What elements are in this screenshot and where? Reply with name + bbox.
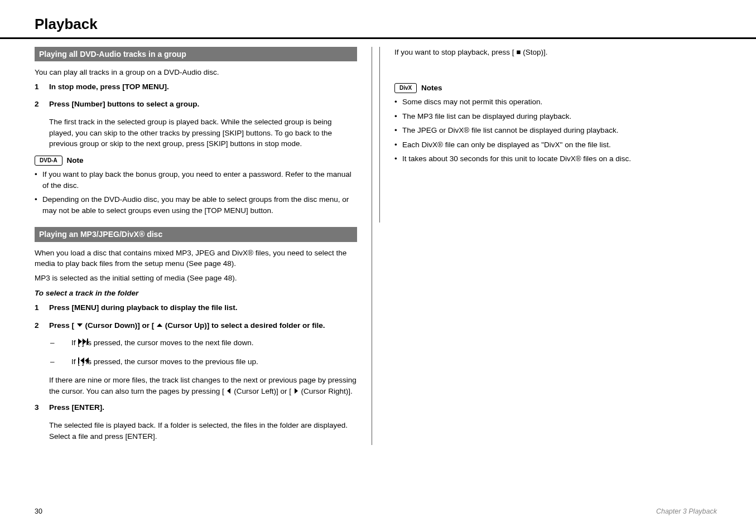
step-2: 2 Press [ (Cursor Down)] or [ (Cursor Up…: [35, 320, 357, 331]
svg-rect-1: [78, 357, 79, 364]
chapter-label: Chapter 3 Playback: [656, 507, 717, 515]
right-column: If you want to stop playback, press [ ■ …: [394, 47, 717, 445]
section1-notes-list: If you want to play back the bonus group…: [35, 169, 357, 216]
step-text: Press [Number] buttons to select a group…: [49, 99, 199, 110]
right-notes-list: Some discs may not permit this operation…: [394, 96, 717, 165]
section2-sub-after: If there are nine or more files, the tra…: [49, 375, 357, 396]
section1-notes-line: DVD-A Note: [35, 155, 357, 166]
note-item: Some discs may not permit this operation…: [394, 96, 717, 108]
svg-rect-0: [87, 338, 88, 345]
notes-label: Notes: [421, 84, 442, 92]
cursor-up-icon: [156, 322, 163, 328]
section-heading-group-play: Playing all DVD-Audio tracks in a group: [35, 47, 357, 61]
sub-item: – If [ ] is pressed, the cursor moves to…: [50, 356, 357, 367]
cursor-down-icon: [76, 322, 83, 328]
skip-next-icon: [78, 338, 90, 345]
section1-intro: You can play all tracks in a group on a …: [35, 67, 357, 78]
content-columns: Playing all DVD-Audio tracks in a group …: [0, 39, 756, 445]
section2-intro1: When you load a disc that contains mixed…: [35, 248, 357, 269]
section2-sub3: The selected file is played back. If a f…: [49, 420, 357, 442]
folder-heading: To select a track in the folder: [35, 288, 357, 299]
cursor-right-icon: [293, 388, 299, 394]
note-item: If you want to play back the bonus group…: [35, 169, 357, 191]
note-item: The MP3 file list can be displayed durin…: [394, 111, 717, 122]
page-footer: 30 Chapter 3 Playback: [0, 507, 756, 515]
right-continuation: If you want to stop playback, press [ ■ …: [394, 47, 717, 58]
step-number: 1: [35, 302, 44, 313]
note-item: Depending on the DVD-Audio disc, you may…: [35, 194, 357, 216]
section2-steps: 1 Press [MENU] during playback to displa…: [35, 302, 357, 331]
step-text: Press [ (Cursor Down)] or [ (Cursor Up)]…: [49, 320, 325, 331]
step-2: 2 Press [Number] buttons to select a gro…: [35, 99, 357, 110]
step-text: In stop mode, press [TOP MENU].: [49, 81, 169, 93]
note-item: Each DivX® file can only be displayed as…: [394, 139, 717, 151]
step-3: 3 Press [ENTER].: [35, 402, 357, 413]
step-text: Press [ENTER].: [49, 402, 104, 413]
section-heading-mp3-jpeg-divx: Playing an MP3/JPEG/DivX® disc: [35, 227, 357, 241]
section2-sub-list: – If [ ] is pressed, the cursor moves to…: [50, 337, 357, 367]
sub-item: – If [ ] is pressed, the cursor moves to…: [50, 337, 357, 349]
dvd-a-tag: DVD-A: [35, 156, 62, 166]
section1-steps: 1 In stop mode, press [TOP MENU]. 2 Pres…: [35, 81, 357, 110]
left-column: Playing all DVD-Audio tracks in a group …: [35, 47, 372, 445]
step-number: 2: [35, 99, 44, 110]
step-1: 1 In stop mode, press [TOP MENU].: [35, 81, 357, 93]
step-number: 1: [35, 81, 44, 93]
step-1: 1 Press [MENU] during playback to displa…: [35, 302, 357, 313]
page-title: Playback: [0, 0, 756, 37]
section1-sub: The first track in the selected group is…: [49, 117, 357, 149]
section2-step3: 3 Press [ENTER].: [35, 402, 357, 413]
right-notes-line: DivX Notes: [394, 83, 717, 94]
step-number: 3: [35, 402, 44, 413]
note-item: It takes about 30 seconds for this unit …: [394, 153, 717, 165]
cursor-left-icon: [226, 388, 232, 394]
page-number: 30: [35, 507, 42, 515]
step-number: 2: [35, 320, 44, 331]
partial-column-rule: [379, 47, 380, 223]
section2-intro2: MP3 is selected as the initial setting o…: [35, 273, 357, 284]
note-label: Note: [66, 156, 83, 165]
note-item: The JPEG or DivX® file list cannot be di…: [394, 125, 717, 136]
step-text: Press [MENU] during playback to display …: [49, 302, 238, 313]
divx-tag: DivX: [394, 83, 417, 94]
skip-previous-icon: [78, 357, 90, 364]
